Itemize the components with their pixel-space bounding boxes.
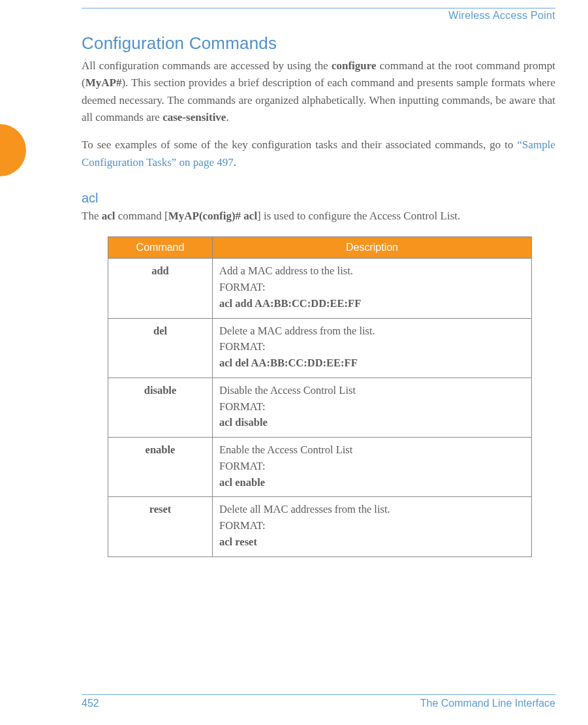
table-row: del Delete a MAC address from the list. … — [108, 318, 532, 378]
section-title: Configuration Commands — [82, 33, 555, 54]
desc-text: Disable the Access Control List — [219, 383, 525, 399]
table-row: reset Delete all MAC addresses from the … — [108, 497, 532, 556]
table-header-command: Command — [108, 237, 213, 259]
command-cell: reset — [108, 497, 213, 556]
text: . — [234, 156, 236, 169]
format-example: acl add AA:BB:CC:DD:EE:FF — [219, 296, 525, 312]
description-cell: Delete a MAC address from the list. FORM… — [213, 318, 532, 378]
desc-text: Delete a MAC address from the list. — [219, 323, 525, 340]
description-cell: Enable the Access Control List FORMAT: a… — [213, 438, 532, 497]
text: To see examples of some of the key confi… — [82, 138, 517, 151]
running-head: Wireless Access Point — [82, 8, 555, 22]
page-tab-marker — [0, 124, 26, 176]
text: . — [226, 111, 228, 123]
format-example: acl del AA:BB:CC:DD:EE:FF — [219, 355, 525, 372]
format-label: FORMAT: — [219, 459, 525, 475]
command-cell: del — [108, 318, 213, 378]
bold-text: case-sensitive — [162, 111, 226, 123]
table-row: disable Disable the Access Control List … — [108, 378, 532, 437]
bold-text: MyAP(config)# acl — [168, 210, 257, 222]
footer-chapter: The Command Line Interface — [420, 698, 555, 709]
bold-text: configure — [332, 59, 377, 72]
format-label: FORMAT: — [219, 280, 525, 296]
command-cell: add — [108, 259, 213, 318]
format-example: acl reset — [219, 534, 525, 551]
bold-text: MyAP# — [85, 76, 122, 89]
command-cell: disable — [108, 378, 213, 437]
intro-paragraph-2: To see examples of some of the key confi… — [82, 137, 555, 171]
text: All configuration commands are accessed … — [82, 59, 332, 72]
description-cell: Disable the Access Control List FORMAT: … — [213, 378, 532, 437]
text: The — [82, 210, 102, 222]
acl-description: The acl command [MyAP(config)# acl] is u… — [82, 208, 555, 225]
table-row: enable Enable the Access Control List FO… — [108, 438, 532, 497]
desc-text: Enable the Access Control List — [219, 442, 525, 459]
table-header-row: Command Description — [108, 237, 532, 259]
format-label: FORMAT: — [219, 399, 525, 415]
page-content: Wireless Access Point Configuration Comm… — [82, 8, 555, 557]
description-cell: Delete all MAC addresses from the list. … — [213, 497, 532, 556]
acl-command-table: Command Description add Add a MAC addres… — [108, 236, 532, 556]
page-footer: 452 The Command Line Interface — [82, 694, 555, 709]
table-row: add Add a MAC address to the list. FORMA… — [108, 259, 532, 318]
table-header-description: Description — [213, 237, 532, 259]
command-cell: enable — [108, 438, 213, 497]
subsection-title-acl: acl — [82, 191, 555, 206]
page-number: 452 — [82, 698, 99, 709]
format-example: acl disable — [219, 415, 525, 431]
bold-text: acl — [102, 210, 116, 222]
format-label: FORMAT: — [219, 518, 525, 534]
intro-paragraph-1: All configuration commands are accessed … — [82, 57, 555, 126]
desc-text: Delete all MAC addresses from the list. — [219, 502, 525, 518]
description-cell: Add a MAC address to the list. FORMAT: a… — [213, 259, 532, 318]
desc-text: Add a MAC address to the list. — [219, 263, 525, 280]
text: ). This section provides a brief descrip… — [82, 76, 555, 123]
text: ] is used to configure the Access Contro… — [257, 210, 460, 222]
format-label: FORMAT: — [219, 339, 525, 355]
text: command [ — [115, 210, 168, 222]
format-example: acl enable — [219, 475, 525, 491]
